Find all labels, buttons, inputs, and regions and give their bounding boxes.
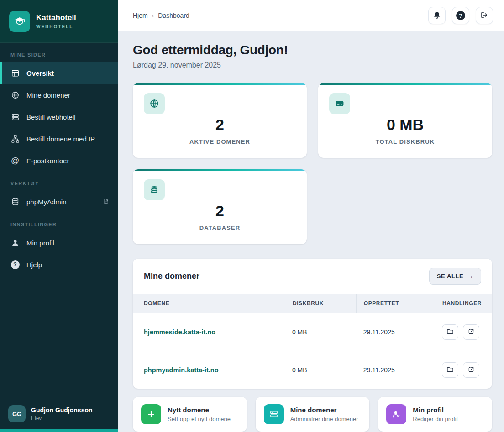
open-files-button[interactable] — [442, 362, 458, 378]
external-link-icon — [467, 366, 475, 375]
domain-link[interactable]: phpmyadmin.katta-it.no — [144, 366, 219, 374]
domains-panel: Mine domener SE ALLE → DOMENE DISKBRUK O… — [133, 259, 492, 389]
bell-icon — [433, 11, 441, 21]
column-header-opprettet: OPPRETTET — [356, 294, 435, 313]
brand-header: Kattahotell WEBHOTELL — [0, 0, 118, 43]
database-icon — [144, 179, 165, 200]
sidebar-accent-bar — [0, 429, 118, 432]
question-circle-icon: ? — [456, 11, 465, 20]
page-content: God ettermiddag, Gudjon! Lørdag 29. nove… — [118, 31, 504, 432]
opprettet-value: 29.11.2025 — [356, 355, 435, 385]
brand-tagline: WEBHOTELL — [36, 24, 76, 29]
breadcrumb-home-link[interactable]: Hjem — [133, 12, 148, 19]
quick-action-subtitle: Administrer dine domener — [290, 416, 358, 422]
sidebar-item-label: phpMyAdmin — [26, 198, 67, 206]
section-mine-sider: MINE SIDER — [0, 43, 118, 62]
quick-action-title: Mine domener — [290, 406, 358, 414]
server-icon — [10, 112, 20, 121]
person-icon — [10, 238, 20, 247]
database-icon — [10, 197, 20, 206]
stat-value: 0 MB — [329, 116, 481, 134]
person-gear-icon — [386, 404, 406, 424]
sidebar-item-bestill-domene-ip[interactable]: Bestill domene med IP — [0, 128, 118, 150]
quick-action-subtitle: Rediger din profil — [413, 416, 457, 422]
stats-grid: 2 AKTIVE DOMENER 0 MB TOTAL DISKBRUK 2 D… — [133, 83, 492, 244]
quick-action-title: Nytt domene — [168, 406, 231, 414]
domain-link[interactable]: hjemmeside.katta-it.no — [144, 328, 215, 336]
sidebar-item-label: Bestill domene med IP — [26, 135, 95, 143]
sidebar-item-phpmyadmin[interactable]: phpMyAdmin — [0, 191, 118, 213]
app-window: Kattahotell WEBHOTELL MINE SIDER Oversik… — [0, 0, 504, 432]
stat-label: AKTIVE DOMENER — [144, 138, 296, 145]
main-area: Hjem › Dashboard ? God ettermiddag, Gudj… — [118, 0, 504, 432]
server-icon — [264, 404, 284, 424]
open-files-button[interactable] — [442, 324, 458, 340]
help-button[interactable]: ? — [452, 7, 469, 24]
sidebar-item-bestill-webhotell[interactable]: Bestill webhotell — [0, 106, 118, 128]
opprettet-value: 29.11.2025 — [356, 317, 435, 347]
brand-name: Kattahotell — [36, 13, 76, 22]
sidebar-item-label: Hjelp — [26, 261, 42, 269]
folder-icon — [446, 328, 454, 337]
panel-title: Mine domener — [144, 271, 200, 281]
open-external-button[interactable] — [463, 362, 479, 378]
external-link-icon — [467, 328, 475, 337]
sidebar-item-epostkontoer[interactable]: @ E-postkontoer — [0, 150, 118, 172]
section-verktoy: VERKTØY — [0, 172, 118, 191]
sidebar-item-label: Bestill webhotell — [26, 113, 76, 121]
diskbruk-value: 0 MB — [285, 317, 356, 347]
domains-panel-header: Mine domener SE ALLE → — [133, 259, 492, 294]
sidebar-item-mine-domener[interactable]: Mine domener — [0, 84, 118, 106]
sidebar-item-min-profil[interactable]: Min profil — [0, 232, 118, 254]
stat-card-aktive-domener: 2 AKTIVE DOMENER — [133, 83, 307, 158]
see-all-label: SE ALLE — [437, 273, 464, 280]
topbar-actions: ? — [428, 7, 493, 24]
avatar: GG — [8, 405, 26, 422]
user-name: Gudjon Gudjonsson — [31, 406, 93, 414]
row-actions — [435, 313, 492, 351]
graduation-cap-icon — [9, 11, 30, 32]
arrow-right-icon: → — [467, 273, 473, 280]
logout-button[interactable] — [476, 7, 493, 24]
sidebar-item-oversikt[interactable]: Oversikt — [0, 62, 118, 84]
quick-action-mine-domener[interactable]: Mine domener Administrer dine domener — [256, 397, 370, 432]
section-innstillinger: INNSTILLINGER — [0, 213, 118, 232]
table-header: DOMENE DISKBRUK OPPRETTET HANDLINGER — [133, 294, 492, 313]
see-all-button[interactable]: SE ALLE → — [429, 268, 481, 285]
quick-action-title: Min profil — [413, 406, 457, 414]
page-title: God ettermiddag, Gudjon! — [133, 43, 492, 57]
column-header-handlinger: HANDLINGER — [435, 294, 492, 313]
storage-icon — [329, 93, 350, 114]
notifications-button[interactable] — [428, 7, 446, 24]
table-row: hjemmeside.katta-it.no 0 MB 29.11.2025 — [133, 313, 492, 351]
sitemap-icon — [10, 134, 20, 143]
sidebar-item-label: Mine domener — [26, 91, 70, 99]
plus-icon — [141, 404, 161, 424]
globe-icon — [144, 93, 165, 114]
stat-label: DATABASER — [144, 224, 296, 231]
row-actions — [435, 351, 492, 389]
table-row: phpmyadmin.katta-it.no 0 MB 29.11.2025 — [133, 351, 492, 389]
stat-card-databaser: 2 DATABASER — [133, 169, 307, 244]
stat-value: 2 — [144, 202, 296, 220]
user-role: Elev — [31, 415, 93, 422]
sidebar-item-label: Min profil — [26, 239, 54, 247]
at-icon: @ — [10, 156, 20, 165]
quick-action-min-profil[interactable]: Min profil Rediger din profil — [378, 397, 492, 432]
open-external-button[interactable] — [463, 324, 479, 340]
sidebar: Kattahotell WEBHOTELL MINE SIDER Oversik… — [0, 0, 118, 432]
external-link-icon — [103, 198, 109, 205]
column-header-diskbruk: DISKBRUK — [285, 294, 356, 313]
breadcrumb-separator: › — [152, 12, 154, 19]
sidebar-item-label: E-postkontoer — [26, 157, 69, 165]
quick-action-subtitle: Sett opp et nytt domene — [168, 416, 231, 422]
stat-label: TOTAL DISKBRUK — [329, 138, 481, 145]
help-circle-icon: ? — [10, 260, 20, 269]
logout-icon — [480, 11, 488, 21]
sidebar-item-hjelp[interactable]: ? Hjelp — [0, 254, 118, 276]
quick-action-nytt-domene[interactable]: Nytt domene Sett opp et nytt domene — [133, 397, 247, 432]
stat-value: 2 — [144, 116, 296, 134]
stat-card-total-diskbruk: 0 MB TOTAL DISKBRUK — [318, 83, 492, 158]
column-header-domene: DOMENE — [133, 294, 285, 313]
user-card[interactable]: GG Gudjon Gudjonsson Elev — [0, 398, 118, 429]
